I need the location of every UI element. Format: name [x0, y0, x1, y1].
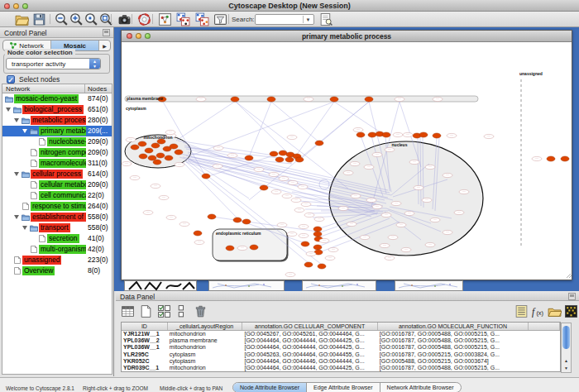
background-window[interactable]	[302, 280, 376, 291]
column-header[interactable]: ID	[122, 323, 168, 330]
file-icon	[38, 235, 46, 242]
expander-icon[interactable]	[14, 215, 19, 219]
table-cell	[529, 351, 560, 358]
network-window-titlebar[interactable]: primary metabolic process	[122, 31, 572, 42]
folder-icon	[5, 95, 13, 103]
data-panel-float-icon[interactable]	[568, 293, 576, 300]
table-mode-icon[interactable]	[121, 304, 135, 318]
zoom-in-icon[interactable]	[69, 12, 84, 26]
tree-row[interactable]: secretion41(0)	[2, 233, 112, 244]
delete-attribute-icon[interactable]	[194, 304, 208, 318]
tab-overflow-arrow[interactable]: ▶	[99, 41, 110, 50]
table-scrollbar-thumb[interactable]	[562, 326, 570, 349]
scroll-down-arrow[interactable]: ▼	[562, 366, 570, 370]
new-attribute-icon[interactable]	[139, 304, 153, 318]
tree-row[interactable]: metabolic process280(0)	[2, 115, 112, 126]
tree-row[interactable]: nitrogen compo209(0)	[2, 147, 112, 158]
search-dropdown-arrow[interactable]: ▼	[303, 16, 313, 24]
table-row[interactable]: YKR052Ccytoplasm[GO:0044464, GO:0044446,…	[122, 358, 560, 365]
file-icon	[30, 181, 38, 189]
app-titlebar[interactable]: Cytoscape Desktop (New Session)	[0, 0, 579, 12]
column-header[interactable]: annotation.GO CELLULAR_COMPONENT	[242, 323, 377, 330]
scroll-up-arrow[interactable]: ▲	[562, 358, 570, 363]
table-cell	[529, 331, 560, 337]
node-color-dropdown[interactable]: transporter activity ▲▼	[6, 58, 101, 69]
table-cell: YJR121W__1	[122, 331, 168, 337]
unselect-attributes-icon[interactable]	[175, 304, 189, 318]
background-window[interactable]	[124, 280, 197, 291]
help-icon[interactable]	[137, 12, 151, 26]
search-input[interactable]: ▼	[255, 14, 314, 25]
tab-node-attribute-browser[interactable]: Node Attribute Browser	[233, 383, 307, 392]
table-row[interactable]: YJR121W__1mitochondrion[GO:0045267, GO:0…	[122, 331, 560, 337]
duplicate-network-view-icon[interactable]	[176, 12, 190, 26]
tree-row[interactable]: mosaic-demo-yeast874(0)	[2, 93, 112, 104]
table-scrollbar[interactable]: ▲ ▼	[561, 323, 572, 373]
tab-network-attribute-browser[interactable]: Network Attribute Browser	[380, 383, 461, 392]
tree-row[interactable]: Overview8(0)	[2, 265, 112, 276]
table-row[interactable]: YPL036W__2plasma membrane[GO:0044464, GO…	[122, 337, 560, 344]
svg-text:····: ····	[290, 136, 294, 139]
folder-icon	[30, 127, 38, 135]
snapshot-icon[interactable]	[117, 12, 132, 26]
save-icon[interactable]	[32, 12, 46, 26]
tree-row[interactable]: transport558(0)	[2, 222, 112, 233]
table-row[interactable]: YDR039C__1mitochondrion[GO:0044464, GO:0…	[122, 365, 560, 371]
tree-row[interactable]: response to stimulu264(0)	[2, 201, 112, 212]
expander-icon[interactable]	[6, 108, 11, 112]
function-builder-icon[interactable]: f(x)	[531, 304, 545, 318]
svg-text:····: ····	[428, 165, 432, 169]
svg-text:····: ····	[301, 185, 304, 189]
matrix-view-icon[interactable]	[564, 304, 578, 318]
tree-row[interactable]: macromolecule311(0)	[2, 158, 112, 169]
zoom-out-icon[interactable]	[55, 12, 69, 26]
expander-icon[interactable]	[14, 172, 19, 176]
select-nodes-checkbox[interactable]: ✓	[7, 75, 15, 84]
background-window[interactable]	[208, 280, 285, 291]
tree-row-label: multi-organism pro	[39, 245, 86, 254]
network-canvas[interactable]: ········································…	[122, 43, 572, 280]
select-attributes-icon[interactable]	[157, 304, 171, 318]
file-icon	[30, 160, 38, 167]
zoom-selected-icon[interactable]	[84, 12, 98, 26]
column-header[interactable]: annotation.GO MOLECULAR_FUNCTION	[378, 323, 529, 330]
tree-row[interactable]: cellular process614(0)	[2, 169, 112, 179]
attribute-list-icon[interactable]	[514, 304, 529, 318]
filter-box-icon[interactable]	[213, 12, 227, 26]
advanced-search-icon[interactable]	[319, 12, 333, 26]
tree-row[interactable]: unassigned223(0)	[2, 255, 112, 265]
tree-row[interactable]: cellular metabol209(0)	[2, 179, 112, 190]
table-cell: cytoplasm	[168, 358, 243, 365]
attribute-table[interactable]: ID_cellularLayoutRegionannotation.GO CEL…	[121, 322, 561, 372]
tab-edge-attribute-browser[interactable]: Edge Attribute Browser	[307, 383, 380, 392]
mdi-desktop: primary metabolic process ··············…	[114, 27, 579, 291]
attribute-table-header[interactable]: ID_cellularLayoutRegionannotation.GO CEL…	[122, 323, 560, 331]
svg-text:····: ····	[457, 211, 461, 214]
import-attributes-icon[interactable]	[548, 304, 562, 318]
tree-row[interactable]: biological_process651(0)	[2, 104, 112, 115]
tree-row[interactable]: establishment of lo558(0)	[2, 212, 112, 222]
tree-header[interactable]: Network Nodes	[2, 84, 112, 93]
expander-icon[interactable]	[22, 129, 27, 133]
expander-icon[interactable]	[22, 226, 27, 230]
tree-row[interactable]: primary metabo209(...	[2, 126, 112, 136]
table-row[interactable]: YPL036W__1mitochondrion[GO:0044464, GO:0…	[122, 344, 560, 351]
expander-icon[interactable]	[14, 118, 19, 122]
float-panel-icon[interactable]	[103, 29, 110, 36]
new-network-window-icon[interactable]	[158, 12, 172, 26]
destroy-network-view-icon[interactable]	[195, 12, 209, 26]
background-window[interactable]	[395, 280, 463, 291]
attribute-table-body[interactable]: YJR121W__1mitochondrion[GO:0045267, GO:0…	[122, 331, 560, 371]
tree-column-nodes: Nodes	[88, 85, 107, 93]
tree-row[interactable]: cell communicat22(0)	[2, 190, 112, 201]
svg-text:····: ····	[353, 162, 356, 165]
tree-row[interactable]: multi-organism pro42(0)	[2, 244, 112, 255]
svg-text:····: ····	[241, 246, 244, 250]
tree-row[interactable]: nucleobase-209(0)	[2, 136, 112, 147]
column-header[interactable]: _cellularLayoutRegion	[168, 323, 243, 330]
open-file-icon[interactable]	[15, 12, 29, 26]
network-view-window[interactable]: primary metabolic process ··············…	[121, 30, 572, 280]
table-cell: [GO:0044464, GO:0044444, GO:0044425, G..…	[242, 365, 377, 371]
table-row[interactable]: YLR295Ccytoplasm[GO:0045263, GO:0044464,…	[122, 351, 560, 358]
column-header[interactable]	[529, 323, 560, 330]
